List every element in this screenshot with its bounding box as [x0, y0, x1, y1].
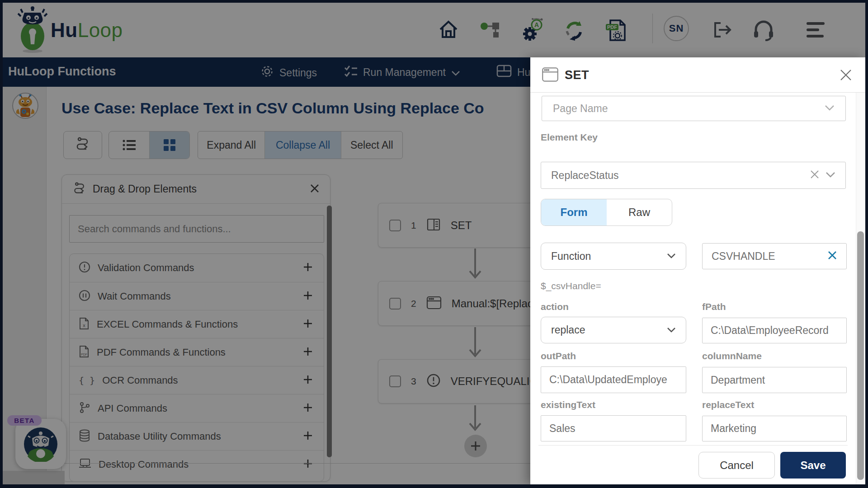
chevron-down-icon — [667, 326, 676, 334]
fpath-input[interactable] — [702, 318, 847, 343]
cancel-button[interactable]: Cancel — [698, 452, 775, 479]
form-raw-tabs: Form Raw — [541, 199, 672, 226]
set-command-panel: SET Page Name Element Key ReplaceStatus … — [530, 57, 865, 484]
save-button[interactable]: Save — [780, 452, 846, 479]
page-name-select[interactable]: Page Name — [542, 96, 846, 121]
huloop-app-window: HuLoop — [0, 0, 868, 488]
function-value-field[interactable]: CSVHANDLE — [702, 243, 847, 269]
set-panel-scrollbar-thumb[interactable] — [857, 231, 864, 480]
chevron-down-icon — [667, 252, 676, 260]
existingtext-label: existingText — [541, 399, 595, 410]
columnname-label: columnName — [702, 351, 762, 361]
chevron-down-icon — [826, 171, 835, 179]
handle-expression: $_csvHandle= — [541, 281, 601, 291]
set-panel-title: SET — [565, 68, 589, 82]
clear-icon[interactable] — [827, 250, 837, 262]
function-select[interactable]: Function — [541, 243, 686, 270]
close-icon[interactable] — [840, 69, 852, 83]
window-border-bottom — [0, 484, 868, 488]
window-border-top — [0, 0, 868, 3]
action-label: action — [541, 301, 569, 312]
clear-icon[interactable] — [810, 170, 819, 181]
tab-raw[interactable]: Raw — [607, 199, 672, 225]
action-select[interactable]: replace — [541, 317, 686, 343]
browser-window-icon — [542, 67, 559, 84]
set-panel-header: SET — [530, 57, 865, 93]
tab-form[interactable]: Form — [541, 199, 607, 225]
panel-footer-divider — [538, 445, 848, 446]
element-key-select[interactable]: ReplaceStatus — [541, 162, 846, 189]
window-border-left — [0, 0, 3, 488]
existingtext-input[interactable] — [541, 415, 686, 441]
columnname-input[interactable] — [702, 367, 847, 393]
outpath-input[interactable] — [541, 366, 686, 393]
fpath-label: fPath — [702, 301, 726, 312]
replacetext-label: replaceText — [702, 399, 754, 410]
chevron-down-icon — [825, 104, 835, 113]
window-border-right — [865, 0, 868, 488]
outpath-label: outPath — [541, 351, 576, 361]
element-key-label: Element Key — [541, 132, 598, 143]
replacetext-input[interactable] — [702, 416, 847, 441]
